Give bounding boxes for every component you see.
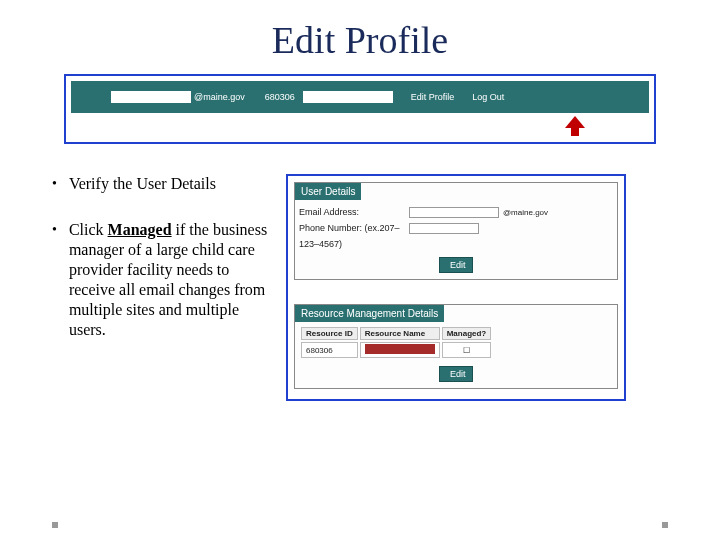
- redacted-username: [111, 91, 191, 103]
- bullet-2-post: if the business manager of a large child…: [69, 221, 267, 338]
- bullet-dot: •: [52, 220, 57, 340]
- col-resource-id: Resource ID: [301, 327, 358, 340]
- header-email-suffix: @maine.gov: [194, 92, 245, 102]
- bullet-dot: •: [52, 174, 57, 194]
- email-suffix: @maine.gov: [503, 208, 548, 217]
- col-resource-name: Resource Name: [360, 327, 440, 340]
- redacted-resource-name: [303, 91, 393, 103]
- phone-field[interactable]: [409, 223, 479, 234]
- col-managed: Managed?: [442, 327, 492, 340]
- arrow-up-icon: [496, 116, 654, 136]
- edit-profile-link[interactable]: Edit Profile: [411, 92, 455, 102]
- decorative-dot-icon: [662, 522, 668, 528]
- user-details-edit-button[interactable]: Edit: [439, 257, 473, 273]
- bullet-2-text: Click Managed if the business manager of…: [69, 220, 272, 340]
- email-field-redacted: [409, 207, 499, 218]
- app-header-bar: @maine.gov 680306 Edit Profile Log Out: [71, 81, 649, 113]
- user-details-panel: User Details Email Address: @maine.gov P…: [294, 182, 618, 280]
- logout-link[interactable]: Log Out: [472, 92, 504, 102]
- email-label: Email Address:: [299, 207, 409, 217]
- cell-managed-checkbox[interactable]: ☐: [442, 342, 492, 358]
- table-row: 680306 ☐: [301, 342, 491, 358]
- bullet-1-text: Verify the User Details: [69, 174, 216, 194]
- instruction-list: • Verify the User Details • Click Manage…: [52, 174, 272, 366]
- page-title: Edit Profile: [0, 18, 720, 62]
- header-screenshot-frame: @maine.gov 680306 Edit Profile Log Out: [64, 74, 656, 144]
- cell-resource-id: 680306: [301, 342, 358, 358]
- resource-edit-button[interactable]: Edit: [439, 366, 473, 382]
- bullet-2-pre: Click: [69, 221, 108, 238]
- bullet-2-bold: Managed: [108, 221, 172, 238]
- phone-hint: 123–4567): [299, 239, 409, 249]
- header-resource-id: 680306: [265, 92, 295, 102]
- details-screenshot-frame: User Details Email Address: @maine.gov P…: [286, 174, 626, 401]
- decorative-dot-icon: [52, 522, 58, 528]
- resource-panel-title: Resource Management Details: [295, 305, 444, 322]
- resource-management-panel: Resource Management Details Resource ID …: [294, 304, 618, 389]
- user-details-title: User Details: [295, 183, 361, 200]
- resource-table: Resource ID Resource Name Managed? 68030…: [299, 325, 493, 360]
- cell-resource-name-redacted: [360, 342, 440, 358]
- phone-label: Phone Number: (ex.207–: [299, 223, 409, 233]
